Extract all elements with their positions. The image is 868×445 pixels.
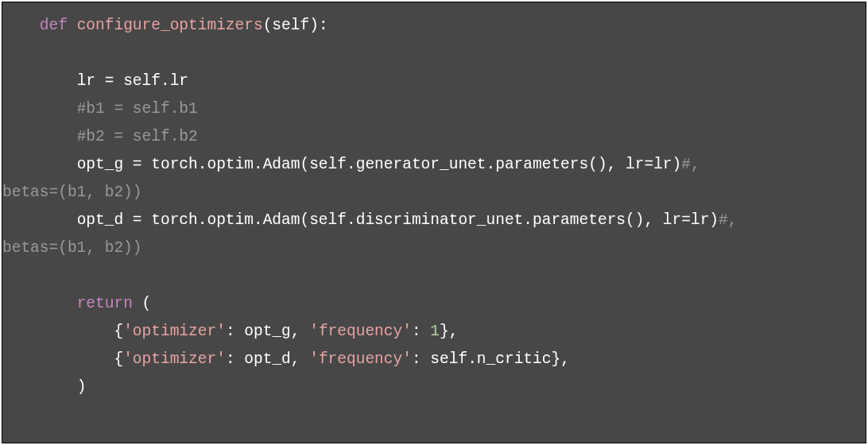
code-line: def configure_optimizers(self): [2, 17, 328, 34]
code-line: #b1 = self.b1 [2, 100, 198, 118]
code-line: #b2 = self.b2 [2, 128, 198, 145]
code-line: betas=(b1, b2)) [2, 184, 142, 201]
code-line: betas=(b1, b2)) [2, 239, 142, 257]
code-line: return ( [2, 295, 151, 312]
code-line: opt_d = torch.optim.Adam(self.discrimina… [2, 211, 746, 229]
code-line: opt_g = torch.optim.Adam(self.generator_… [2, 156, 709, 173]
code-line: {'optimizer': opt_d, 'frequency': self.n… [2, 350, 570, 368]
code-line: ) [2, 378, 86, 396]
code-line: lr = self.lr [2, 72, 188, 90]
code-content: def configure_optimizers(self): lr = sel… [2, 12, 866, 401]
code-line: {'optimizer': opt_g, 'frequency': 1}, [2, 323, 458, 340]
code-block: def configure_optimizers(self): lr = sel… [2, 2, 866, 443]
